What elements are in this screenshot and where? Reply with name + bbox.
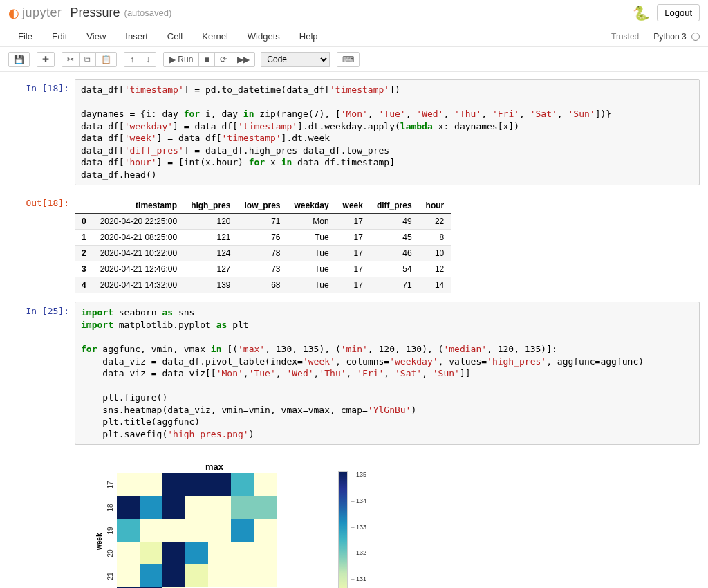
move-up-button[interactable]: ↑: [124, 52, 140, 67]
input-prompt: In [18]:: [8, 79, 75, 185]
restart-button[interactable]: ⟳: [214, 52, 232, 67]
heatmap-cell: [231, 519, 254, 542]
table-header: diff_pres: [370, 198, 419, 214]
heatmap-cell: [208, 519, 231, 542]
input-prompt: In [25]:: [8, 302, 75, 445]
menu-cell[interactable]: Cell: [158, 28, 192, 45]
heatmap-cell: [162, 542, 185, 564]
notebook-header: ◐ jupyter Pressure (autosaved) 🐍 Logout: [0, 0, 708, 26]
stop-button[interactable]: ■: [198, 52, 215, 67]
table-header: low_pres: [237, 198, 287, 214]
heatmap-cell: [117, 496, 140, 519]
cut-button[interactable]: ✂: [62, 52, 80, 67]
heatmap-cell: [185, 496, 208, 519]
code-cell[interactable]: In [25]: import seaborn as sns import ma…: [0, 300, 708, 446]
run-button[interactable]: ▶ Run: [163, 52, 199, 67]
menu-edit[interactable]: Edit: [42, 28, 77, 45]
table-header: week: [336, 198, 370, 214]
heatmap-cell: [140, 542, 162, 564]
output-cell: Out[18]: timestamphigh_preslow_presweekd…: [0, 192, 708, 295]
heatmap-cell: [185, 519, 208, 542]
chart-title: max: [105, 461, 324, 472]
code-input-area[interactable]: data_df['timestamp'] = pd.to_datetime(da…: [75, 79, 700, 185]
fast-forward-button[interactable]: ▶▶: [232, 52, 255, 67]
table-row: 32020-04-21 12:46:0012773Tue175412: [75, 261, 451, 277]
autosave-status: (autosaved): [124, 8, 172, 18]
heatmap-cell: [185, 473, 208, 496]
cell-type-select[interactable]: Code: [261, 52, 330, 67]
heatmap-cell: [231, 542, 254, 564]
heatmap-cell: [117, 542, 140, 564]
heatmap-cell: [140, 473, 162, 496]
heatmap-cell: [162, 496, 185, 519]
save-button[interactable]: 💾: [8, 52, 30, 67]
heatmap-cell: [162, 473, 185, 496]
jupyter-brand-text: jupyter: [22, 6, 62, 20]
colorbar: 135134133132131130: [338, 471, 366, 588]
notebook-container: In [18]: data_df['timestamp'] = pd.to_da…: [0, 72, 708, 588]
output-cell: max week 171819202122 135134133132131130…: [0, 452, 708, 588]
copy-button[interactable]: ⧉: [79, 52, 96, 67]
heatmap-cell: [254, 542, 277, 564]
table-row: 42020-04-21 14:32:0013968Tue177114: [75, 277, 451, 293]
heatmap-cell: [140, 519, 162, 542]
table-header: high_pres: [184, 198, 237, 214]
heatmap-cell: [254, 496, 277, 519]
table-row: 22020-04-21 10:22:0012478Tue174610: [75, 246, 451, 261]
output-prompt: Out[18]:: [8, 194, 75, 293]
table-row: 12020-04-21 08:25:0012176Tue17458: [75, 230, 451, 246]
table-header: hour: [419, 198, 451, 214]
menu-insert[interactable]: Insert: [115, 28, 158, 45]
menu-view[interactable]: View: [77, 28, 115, 45]
move-down-button[interactable]: ↓: [140, 52, 156, 67]
heatmap-cell: [185, 542, 208, 564]
heatmap-cell: [254, 473, 277, 496]
trusted-indicator[interactable]: Trusted: [611, 32, 639, 42]
menubar: File Edit View Insert Cell Kernel Widget…: [0, 26, 708, 47]
kernel-status-icon: [691, 33, 700, 41]
heatmap-cell: [162, 519, 185, 542]
add-cell-button[interactable]: ✚: [37, 52, 55, 67]
heatmap-cell: [117, 519, 140, 542]
heatmap-cell: [208, 542, 231, 564]
heatmap-cell: [140, 564, 162, 587]
heatmap-plot: max week 171819202122 135134133132131130…: [75, 457, 324, 588]
paste-button[interactable]: 📋: [95, 52, 117, 67]
kernel-name[interactable]: Python 3: [646, 32, 700, 42]
y-axis-ticks: 171819202122: [104, 473, 117, 588]
heatmap-cell: [117, 564, 140, 587]
heatmap-cell: [208, 496, 231, 519]
notebook-name[interactable]: Pressure: [71, 6, 120, 20]
heatmap-cell: [208, 473, 231, 496]
menu-widgets[interactable]: Widgets: [238, 28, 290, 45]
jupyter-icon: ◐: [8, 6, 19, 21]
menu-help[interactable]: Help: [290, 28, 328, 45]
y-axis-label: week: [95, 473, 103, 588]
command-palette-button[interactable]: ⌨: [337, 52, 360, 67]
table-header: weekday: [288, 198, 336, 214]
table-header: timestamp: [93, 198, 184, 214]
heatmap-cell: [140, 496, 162, 519]
dataframe-table: timestamphigh_preslow_presweekdayweekdif…: [75, 198, 451, 293]
heatmap-cell: [254, 564, 277, 587]
heatmap-cell: [117, 473, 140, 496]
logout-button[interactable]: Logout: [657, 4, 700, 21]
menu-file[interactable]: File: [8, 28, 42, 45]
toolbar: 💾 ✚ ✂ ⧉ 📋 ↑ ↓ ▶ Run ■ ⟳ ▶▶ Code ⌨: [0, 47, 708, 72]
heatmap-cell: [231, 473, 254, 496]
heatmap-grid: [117, 473, 277, 588]
colorbar-gradient: [338, 471, 348, 588]
code-input-area[interactable]: import seaborn as sns import matplotlib.…: [75, 302, 700, 445]
heatmap-cell: [208, 564, 231, 587]
jupyter-logo[interactable]: ◐ jupyter: [8, 6, 62, 21]
colorbar-ticks: 135134133132131130: [351, 471, 366, 588]
output-prompt-empty: [8, 453, 75, 588]
heatmap-cell: [231, 496, 254, 519]
code-cell[interactable]: In [18]: data_df['timestamp'] = pd.to_da…: [0, 77, 708, 187]
heatmap-cell: [162, 564, 185, 587]
heatmap-cell: [185, 564, 208, 587]
menu-kernel[interactable]: Kernel: [192, 28, 238, 45]
heatmap-cell: [231, 564, 254, 587]
heatmap-cell: [254, 519, 277, 542]
table-row: 02020-04-20 22:25:0012071Mon174922: [75, 214, 451, 230]
